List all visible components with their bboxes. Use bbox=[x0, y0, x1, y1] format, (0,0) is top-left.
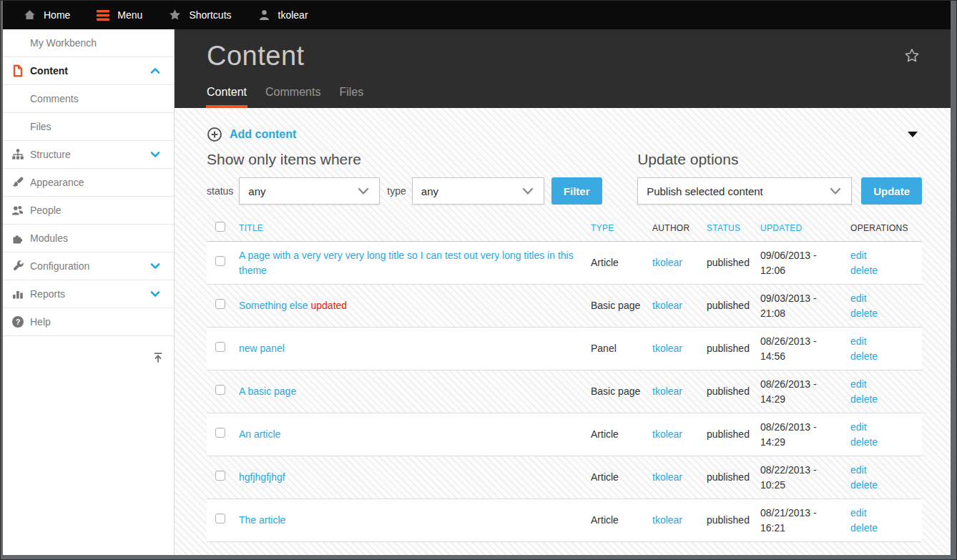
sidebar-item-label: Modules bbox=[30, 232, 68, 244]
row-checkbox[interactable] bbox=[215, 385, 225, 395]
edit-link[interactable]: edit bbox=[850, 334, 912, 348]
collapse-sidebar-icon[interactable] bbox=[152, 351, 165, 364]
type-cell: Basic page bbox=[591, 298, 652, 313]
status-select[interactable]: any bbox=[239, 177, 380, 205]
author-link[interactable]: tkolear bbox=[652, 257, 682, 268]
update-controls: Publish selected content Update bbox=[637, 177, 922, 205]
content-table: TITLE TYPE AUTHOR STATUS UPDATED OPERATI… bbox=[207, 215, 922, 542]
delete-link[interactable]: delete bbox=[850, 306, 912, 320]
collapse-filters-icon[interactable] bbox=[908, 132, 918, 137]
edit-link[interactable]: edit bbox=[850, 506, 912, 520]
delete-link[interactable]: delete bbox=[850, 435, 912, 449]
edit-link[interactable]: edit bbox=[850, 377, 912, 391]
row-checkbox[interactable] bbox=[215, 299, 225, 309]
column-header-author: AUTHOR bbox=[652, 223, 707, 233]
delete-link[interactable]: delete bbox=[850, 521, 912, 535]
type-cell: Article bbox=[591, 513, 652, 527]
tab-comments[interactable]: Comments bbox=[265, 86, 320, 108]
sidebar-item-configuration[interactable]: Configuration bbox=[3, 252, 174, 280]
sidebar-item-modules[interactable]: Modules bbox=[3, 225, 174, 252]
sidebar-item-help[interactable]: ?Help bbox=[3, 308, 174, 336]
type-label: type bbox=[387, 185, 406, 197]
page-header: Content Content Comments Files bbox=[175, 29, 951, 108]
chevron-up-icon[interactable] bbox=[149, 64, 162, 77]
updated-cell: 08/26/2013 - 14:29 bbox=[760, 377, 850, 406]
status-label: status bbox=[207, 185, 233, 197]
content-title-link[interactable]: The article bbox=[239, 514, 285, 526]
content-title-link[interactable]: An article bbox=[239, 428, 280, 440]
favorite-star-icon[interactable] bbox=[903, 47, 921, 64]
sidebar-item-label: Structure bbox=[30, 149, 71, 160]
row-checkbox[interactable] bbox=[215, 428, 225, 438]
toolbar-item-shortcuts[interactable]: Shortcuts bbox=[168, 9, 231, 21]
column-header-status[interactable]: STATUS bbox=[707, 223, 760, 233]
chevron-down-icon[interactable] bbox=[149, 288, 162, 300]
author-link[interactable]: tkolear bbox=[652, 471, 682, 483]
content-title-link[interactable]: A basic page bbox=[239, 385, 296, 397]
delete-link[interactable]: delete bbox=[850, 263, 912, 277]
filter-button[interactable]: Filter bbox=[551, 177, 602, 205]
edit-link[interactable]: edit bbox=[850, 463, 912, 477]
add-content-row: Add content bbox=[207, 108, 922, 148]
type-select[interactable]: any bbox=[412, 177, 544, 205]
operations-cell: editdelete bbox=[850, 248, 922, 277]
delete-link[interactable]: delete bbox=[850, 392, 912, 406]
chevron-down-icon[interactable] bbox=[149, 148, 162, 161]
type-cell: Article bbox=[591, 427, 652, 441]
sidebar-item-structure[interactable]: Structure bbox=[3, 141, 174, 169]
author-link[interactable]: tkolear bbox=[652, 514, 682, 526]
sidebar-item-label: Appearance bbox=[30, 177, 84, 188]
row-checkbox[interactable] bbox=[215, 471, 225, 481]
sidebar-item-appearance[interactable]: Appearance bbox=[3, 169, 174, 197]
author-link[interactable]: tkolear bbox=[652, 300, 682, 311]
add-content-link[interactable]: Add content bbox=[230, 128, 296, 141]
row-checkbox[interactable] bbox=[215, 256, 225, 266]
toolbar-item-home[interactable]: Home bbox=[23, 9, 70, 21]
toolbar-item-menu[interactable]: Menu bbox=[96, 9, 142, 21]
title-cell: hgfjhgfjhgf bbox=[239, 470, 591, 484]
content-title-link[interactable]: new panel bbox=[239, 343, 285, 354]
document-icon bbox=[11, 64, 24, 77]
chevron-down-icon[interactable] bbox=[149, 260, 162, 272]
select-all-checkbox[interactable] bbox=[215, 222, 225, 232]
column-header-updated[interactable]: UPDATED bbox=[760, 223, 850, 233]
svg-text:?: ? bbox=[16, 318, 21, 326]
column-header-title[interactable]: TITLE bbox=[239, 223, 591, 233]
table-row: A page with a very very very long title … bbox=[207, 242, 922, 285]
sidebar-item-people[interactable]: People bbox=[3, 197, 174, 225]
tab-files[interactable]: Files bbox=[339, 86, 363, 108]
update-action-select[interactable]: Publish selected content bbox=[637, 177, 852, 205]
delete-link[interactable]: delete bbox=[850, 478, 912, 492]
filter-controls: status any type any Filter bbox=[207, 177, 602, 205]
operations-cell: editdelete bbox=[850, 334, 922, 363]
sidebar-item-comments[interactable]: Comments bbox=[3, 85, 174, 113]
column-header-type[interactable]: TYPE bbox=[591, 223, 652, 233]
sidebar-item-files[interactable]: Files bbox=[3, 113, 174, 141]
star-icon bbox=[168, 9, 182, 21]
author-link[interactable]: tkolear bbox=[652, 385, 682, 397]
author-link[interactable]: tkolear bbox=[652, 343, 682, 354]
tab-content[interactable]: Content bbox=[207, 86, 247, 108]
row-checkbox[interactable] bbox=[215, 342, 225, 352]
content-title-link[interactable]: A page with a very very very long title … bbox=[239, 250, 574, 275]
edit-link[interactable]: edit bbox=[850, 291, 912, 305]
sidebar-item-my-workbench[interactable]: My Workbench bbox=[3, 29, 174, 57]
content-title-link[interactable]: hgfjhgfjhgf bbox=[239, 471, 285, 483]
operations-cell: editdelete bbox=[850, 420, 922, 449]
row-checkbox[interactable] bbox=[215, 514, 225, 524]
delete-link[interactable]: delete bbox=[850, 349, 912, 363]
sidebar-item-reports[interactable]: Reports bbox=[3, 280, 174, 308]
update-options-heading: Update options bbox=[637, 151, 922, 168]
sidebar-item-content[interactable]: Content bbox=[3, 57, 174, 85]
type-cell: Panel bbox=[591, 341, 652, 355]
author-link[interactable]: tkolear bbox=[652, 428, 682, 440]
table-row: new panelPaneltkolearpublished08/26/2013… bbox=[207, 328, 922, 370]
row-checkbox-cell bbox=[207, 384, 239, 398]
toolbar-item-user[interactable]: tkolear bbox=[257, 9, 308, 21]
update-button[interactable]: Update bbox=[861, 177, 922, 205]
circle-plus-icon[interactable] bbox=[207, 127, 222, 142]
table-row: Something elseupdatedBasic pagetkolearpu… bbox=[207, 285, 922, 328]
edit-link[interactable]: edit bbox=[850, 248, 912, 262]
edit-link[interactable]: edit bbox=[850, 420, 912, 434]
content-title-link[interactable]: Something else bbox=[239, 300, 308, 311]
